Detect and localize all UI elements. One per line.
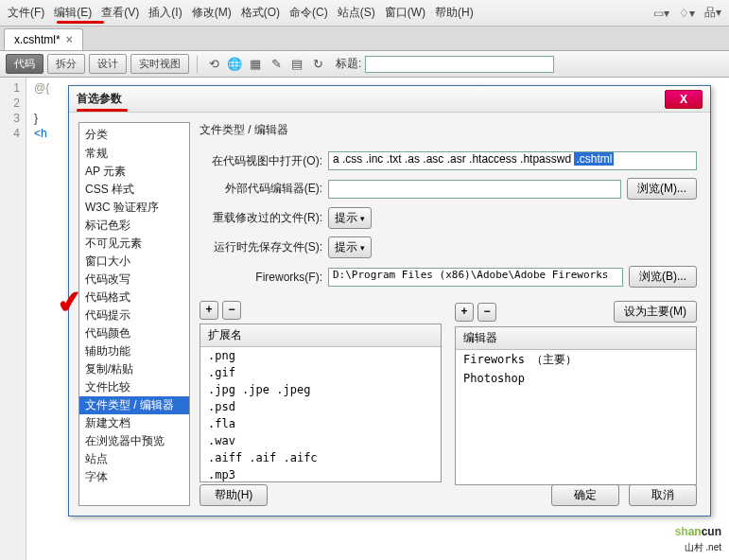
toolbar: 代码 拆分 设计 实时视图 ⟲ 🌐 ▦ ✎ ▤ ↻ 标题: (0, 51, 729, 78)
extensions-list[interactable]: 扩展名 .png.gif.jpg .jpe .jpeg.psd.fla.wav.… (200, 324, 442, 482)
category-item[interactable]: 新建文档 (79, 414, 189, 432)
category-item[interactable]: 代码格式 (79, 289, 189, 306)
menu-window[interactable]: 窗口(W) (385, 5, 425, 21)
tool-icon-globe[interactable]: 🌐 (226, 56, 243, 73)
view-live-button[interactable]: 实时视图 (130, 54, 189, 74)
extension-item[interactable]: .psd (200, 398, 441, 415)
category-item[interactable]: 代码改写 (79, 271, 189, 289)
panel-title: 文件类型 / 编辑器 (200, 122, 697, 138)
editor-item[interactable]: Fireworks （主要） (456, 350, 696, 370)
ok-button[interactable]: 确定 (551, 484, 619, 506)
set-primary-button[interactable]: 设为主要(M) (614, 301, 697, 323)
category-header: 分类 (79, 125, 189, 145)
category-item[interactable]: 代码颜色 (79, 324, 189, 342)
editor-remove-button[interactable]: − (477, 303, 496, 322)
dialog-main-panel: 文件类型 / 编辑器 在代码视图中打开(O): a .css .inc .txt… (190, 113, 710, 516)
category-item[interactable]: 复制/粘贴 (79, 360, 189, 378)
tab-close-icon[interactable]: × (66, 33, 73, 46)
save-on-run-label: 运行时先保存文件(S): (200, 239, 322, 255)
title-input[interactable] (365, 56, 554, 73)
editor-add-button[interactable]: + (455, 303, 474, 322)
fireworks-browse-button[interactable]: 浏览(B)... (629, 266, 697, 288)
extension-item[interactable]: .mp3 (200, 466, 441, 482)
annotation-checkmark (54, 282, 84, 321)
dialog-close-button[interactable]: X (665, 90, 703, 109)
code-line: } (34, 112, 49, 127)
external-editor-browse-button[interactable]: 浏览(M)... (627, 178, 697, 200)
fireworks-label: Fireworks(F): (200, 271, 322, 284)
category-item[interactable]: 标记色彩 (79, 217, 189, 235)
dialog-titlebar: 首选参数 X (69, 86, 710, 113)
menu-view[interactable]: 查看(V) (101, 5, 139, 21)
editors-header: 编辑器 (456, 327, 696, 350)
extension-item[interactable]: .png (200, 347, 441, 364)
code-line (34, 96, 49, 112)
category-item[interactable]: 文件类型 / 编辑器 (79, 396, 189, 414)
menu-site[interactable]: 站点(S) (338, 5, 375, 21)
extension-item[interactable]: .fla (200, 415, 441, 432)
editors-list[interactable]: 编辑器 Fireworks （主要）Photoshop (455, 326, 697, 485)
open-in-code-input[interactable]: a .css .inc .txt .as .asc .asr .htaccess… (328, 151, 697, 170)
tool-icon-4[interactable]: ✎ (268, 56, 285, 73)
ext-add-button[interactable]: + (200, 301, 218, 320)
tool-icon-5[interactable]: ▤ (288, 56, 305, 73)
category-item[interactable]: 辅助功能 (79, 342, 189, 360)
open-in-code-label: 在代码视图中打开(O): (200, 153, 322, 169)
view-split-button[interactable]: 拆分 (47, 54, 85, 74)
editor-item[interactable]: Photoshop (456, 370, 696, 387)
category-item[interactable]: CSS 样式 (79, 181, 189, 199)
category-list[interactable]: 分类 常规AP 元素CSS 样式W3C 验证程序标记色彩不可见元素窗口大小代码改… (78, 122, 190, 506)
reload-dropdown[interactable]: 提示 (328, 207, 372, 229)
help-button[interactable]: 帮助(H) (200, 484, 268, 506)
ext-remove-button[interactable]: − (222, 301, 241, 320)
line-num: 4 (0, 127, 20, 142)
category-item[interactable]: 文件比较 (79, 378, 189, 396)
category-item[interactable]: 代码提示 (79, 306, 189, 324)
menu-modify[interactable]: 修改(M) (192, 5, 232, 21)
view-design-button[interactable]: 设计 (89, 54, 127, 74)
view-code-button[interactable]: 代码 (6, 54, 43, 74)
title-label: 标题: (336, 56, 361, 72)
extension-dropdown-icon[interactable]: 品▾ (704, 5, 721, 21)
menu-file[interactable]: 文件(F) (8, 5, 44, 21)
extension-item[interactable]: .jpg .jpe .jpeg (200, 381, 441, 398)
category-item[interactable]: AP 元素 (79, 163, 189, 181)
separator (197, 56, 198, 73)
category-item[interactable]: 窗口大小 (79, 253, 189, 271)
tool-icon-3[interactable]: ▦ (247, 56, 264, 73)
external-editor-input[interactable] (328, 180, 621, 199)
line-num: 2 (0, 96, 20, 112)
document-tab[interactable]: x.cshtml* × (4, 28, 83, 50)
cancel-button[interactable]: 取消 (629, 484, 697, 506)
reload-label: 重载修改过的文件(R): (200, 210, 322, 226)
category-item[interactable]: 常规 (79, 145, 189, 163)
annotation-underline-title (77, 109, 128, 112)
menu-bar: 文件(F) 编辑(E) 查看(V) 插入(I) 修改(M) 格式(O) 命令(C… (0, 0, 729, 26)
menu-help[interactable]: 帮助(H) (435, 5, 474, 21)
preferences-dialog: 首选参数 X 分类 常规AP 元素CSS 样式W3C 验证程序标记色彩不可见元素… (68, 85, 711, 516)
category-item[interactable]: 不可见元素 (79, 235, 189, 253)
tool-icon-1[interactable]: ⟲ (205, 56, 222, 73)
code-area[interactable]: @{ } <h (26, 78, 57, 560)
code-line: @{ (34, 81, 49, 96)
extension-item[interactable]: .wav (200, 432, 441, 449)
tab-bar: x.cshtml* × (0, 26, 729, 51)
tool-icon-refresh[interactable]: ↻ (309, 56, 326, 73)
menu-insert[interactable]: 插入(I) (148, 5, 182, 21)
menu-command[interactable]: 命令(C) (289, 5, 328, 21)
category-item[interactable]: 站点 (79, 450, 189, 468)
line-num: 1 (0, 81, 20, 96)
fireworks-input[interactable]: D:\Program Files (x86)\Adobe\Adobe Firew… (328, 268, 623, 287)
category-item[interactable]: 字体 (79, 468, 189, 486)
extension-item[interactable]: .aiff .aif .aifc (200, 449, 441, 466)
layout-dropdown-icon[interactable]: ▭▾ (653, 5, 669, 21)
category-item[interactable]: 在浏览器中预览 (79, 432, 189, 450)
extensions-header: 扩展名 (200, 324, 441, 347)
category-item[interactable]: W3C 验证程序 (79, 199, 189, 217)
save-on-run-dropdown[interactable]: 提示 (328, 236, 372, 258)
search-dropdown-icon[interactable]: ♢▾ (679, 5, 695, 21)
menu-edit[interactable]: 编辑(E) (54, 5, 92, 21)
menu-format[interactable]: 格式(O) (241, 5, 280, 21)
extension-item[interactable]: .gif (200, 364, 441, 381)
code-line: <h (34, 127, 49, 142)
